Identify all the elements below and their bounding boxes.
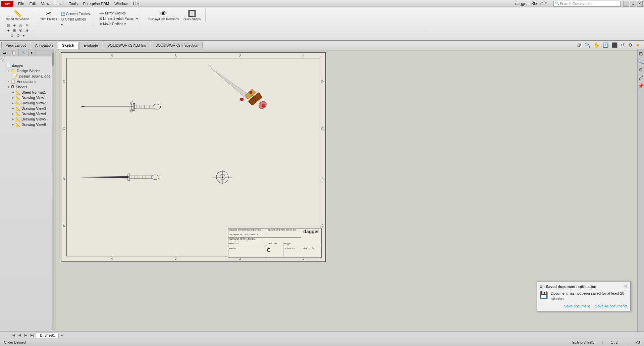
tree-item-design-binder[interactable]: ▸ 📁 Design Binder xyxy=(0,68,52,73)
quick-snaps-button[interactable]: 🔲 Quick Snaps xyxy=(181,9,203,22)
sheet-tab-1[interactable]: 🗒 Sheet1 xyxy=(36,333,59,338)
menu-file[interactable]: File xyxy=(15,1,27,6)
dim-row-6[interactable]: ⊞ xyxy=(12,28,17,33)
drawing-view-front[interactable] xyxy=(206,167,239,187)
quick-snaps-icon: 🔲 xyxy=(188,10,196,17)
move-entities-button[interactable]: ✥ Move Entities ▾ xyxy=(98,21,139,27)
tree-item-drawing-view3[interactable]: ▸ 📐 Drawing View3 xyxy=(0,106,52,111)
tree-item-drawing-view2[interactable]: ▸ 📐 Drawing View2 xyxy=(0,100,52,106)
expand-drawing-view4[interactable]: ▸ xyxy=(11,112,15,115)
tree-item-annotations[interactable]: ▸ 📋 Annotations xyxy=(0,79,52,84)
smart-dimension-button[interactable]: 📏 Smart Dimension xyxy=(4,9,31,22)
tree-item-sheet-format1[interactable]: ▸ 📐 Sheet Format1 xyxy=(0,90,52,95)
expand-drawing-view6[interactable]: ▸ xyxy=(11,123,15,126)
sheet-nav-prev[interactable]: ◀ xyxy=(17,333,22,337)
menu-tools[interactable]: Tools xyxy=(66,1,80,6)
panel-tab-2[interactable]: 📋 xyxy=(9,49,19,56)
panel-tab-1[interactable]: 🗂 xyxy=(0,49,9,56)
view-orient-icon[interactable]: ⬛ xyxy=(611,42,619,48)
trim-entities-button[interactable]: ✂ Trim Entities xyxy=(38,9,59,22)
linear-sketch-button[interactable]: ⊞ Linear Sketch Pattern ▾ xyxy=(98,16,139,21)
expand-annotations[interactable]: ▸ xyxy=(6,80,11,83)
dim-row-3[interactable]: ◎ xyxy=(18,23,23,28)
expand-drawing-view5[interactable]: ▸ xyxy=(11,117,15,121)
menu-window[interactable]: Window xyxy=(112,1,130,6)
notification-close-button[interactable]: ✕ xyxy=(624,284,628,289)
dim-row-2[interactable]: ⊕ xyxy=(12,23,17,28)
refresh-icon[interactable]: ↺ xyxy=(620,42,626,48)
settings-icon[interactable]: ⚙ xyxy=(627,42,634,48)
tab-sketch[interactable]: Sketch xyxy=(58,42,78,49)
dim-row-4[interactable]: ≋ xyxy=(24,23,30,28)
search-input[interactable] xyxy=(560,2,613,6)
favorites-icon[interactable]: ★ xyxy=(635,42,641,48)
sheet-nav-last[interactable]: ▶| xyxy=(29,333,36,337)
expand-drawing-view2[interactable]: ▸ xyxy=(11,101,15,105)
expand-drawing-view1[interactable]: ▸ xyxy=(11,96,15,99)
tree-item-drawing-view5[interactable]: ▸ 📐 Drawing View5 xyxy=(0,116,52,122)
dim-row-7[interactable]: ⦿ xyxy=(18,28,24,33)
dim-row-10[interactable]: ∅ xyxy=(15,33,21,38)
convert-entities-button[interactable]: 🔄 Convert Entities xyxy=(60,11,91,16)
save-all-documents-link[interactable]: Save All documents xyxy=(595,304,628,308)
search-box[interactable]: 🔍 xyxy=(553,1,621,7)
close-button[interactable]: ✕ xyxy=(637,1,643,7)
right-icon-5[interactable]: 📌 xyxy=(637,83,644,89)
right-icon-3[interactable]: ⚙ xyxy=(638,66,644,73)
restore-button[interactable]: □ xyxy=(630,1,636,7)
menu-insert[interactable]: Insert xyxy=(52,1,66,6)
dim-row-5[interactable]: ◈ xyxy=(6,28,11,33)
offset-entities-button[interactable]: ⬡ Offset Entities xyxy=(60,17,91,22)
tree-item-drawing-view4[interactable]: ▸ 📐 Drawing View4 xyxy=(0,111,52,116)
menu-enterprise-pdm[interactable]: Enterprise PDM xyxy=(80,1,112,6)
tree-item-dagger[interactable]: 📄 dagger xyxy=(0,63,52,68)
panel-tab-3[interactable]: 🔧 xyxy=(19,49,29,56)
sheet-nav-next[interactable]: ▶ xyxy=(23,333,29,337)
pan-icon[interactable]: ✋ xyxy=(593,42,600,48)
dim-more[interactable]: ▸ xyxy=(22,33,26,38)
solidworks-logo[interactable]: SW xyxy=(1,1,13,7)
grid-top-1: 1 xyxy=(302,54,304,58)
minimize-button[interactable]: _ xyxy=(623,1,629,7)
dim-icon-7: ⦿ xyxy=(19,29,22,32)
sheet-nav-first[interactable]: |◀ xyxy=(10,333,16,337)
tree-item-sheet1[interactable]: ▾ 🗒 Sheet1 xyxy=(0,84,52,90)
display-hide-button[interactable]: 👁 Display/Hide Relations xyxy=(146,9,181,22)
drawing-view-top[interactable] xyxy=(82,93,179,120)
menu-view[interactable]: View xyxy=(39,1,52,6)
dim-row-1[interactable]: ⊡ xyxy=(6,23,11,28)
trim-more[interactable]: ▾ xyxy=(60,22,91,27)
expand-sheet-format1[interactable]: ▸ xyxy=(11,91,15,94)
tab-solidworks-addins[interactable]: SOLIDWORKS Add-Ins xyxy=(103,42,150,49)
zoom-in-icon[interactable]: 🔍 xyxy=(584,42,591,48)
drawing-view-side[interactable] xyxy=(82,169,182,186)
tab-solidworks-inspection[interactable]: SOLIDWORKS Inspection xyxy=(151,42,203,49)
canvas-area[interactable]: 4 3 2 1 4 3 2 1 D C B A D C B A xyxy=(54,49,637,331)
zoom-to-fit-icon[interactable]: ⊕ xyxy=(576,42,582,48)
tab-view-layout[interactable]: View Layout xyxy=(1,42,30,49)
mirror-entities-button[interactable]: ⟺ Mirror Entities xyxy=(98,11,139,16)
expand-drawing-view3[interactable]: ▸ xyxy=(11,107,15,110)
menu-help[interactable]: Help xyxy=(130,1,143,6)
tab-evaluate[interactable]: Evaluate xyxy=(79,42,102,49)
save-document-link[interactable]: Save document xyxy=(564,304,590,308)
tree-item-design-journal[interactable]: 📝 Design Journal.doc xyxy=(0,73,52,79)
tree-item-drawing-view1[interactable]: ▸ 📐 Drawing View1 xyxy=(0,95,52,100)
dim-row-9[interactable]: ⊙ xyxy=(9,33,15,38)
expand-panel[interactable]: ▸ xyxy=(29,49,36,56)
filter-icon: ▽ xyxy=(1,57,4,61)
linear-icon: ⊞ xyxy=(99,17,102,20)
smart-dimension-icon: 📏 xyxy=(13,10,22,17)
expand-sheet1[interactable]: ▾ xyxy=(6,85,11,89)
right-icon-2[interactable]: 🔍 xyxy=(637,58,644,65)
add-sheet-button[interactable]: + xyxy=(61,333,63,338)
expand-design-binder[interactable]: ▸ xyxy=(6,69,11,72)
right-icon-1[interactable]: ⊞ xyxy=(638,50,644,57)
menu-edit[interactable]: Edit xyxy=(27,1,39,6)
drawing-view-3d[interactable] xyxy=(206,63,283,113)
tab-annotation[interactable]: Annotation xyxy=(31,42,57,49)
rotate-icon[interactable]: 🔃 xyxy=(602,42,609,48)
dim-row-8[interactable]: ⊛ xyxy=(24,28,30,33)
tree-item-drawing-view6[interactable]: ▸ 📐 Drawing View6 xyxy=(0,122,52,127)
right-icon-4[interactable]: 🖊 xyxy=(638,75,644,81)
